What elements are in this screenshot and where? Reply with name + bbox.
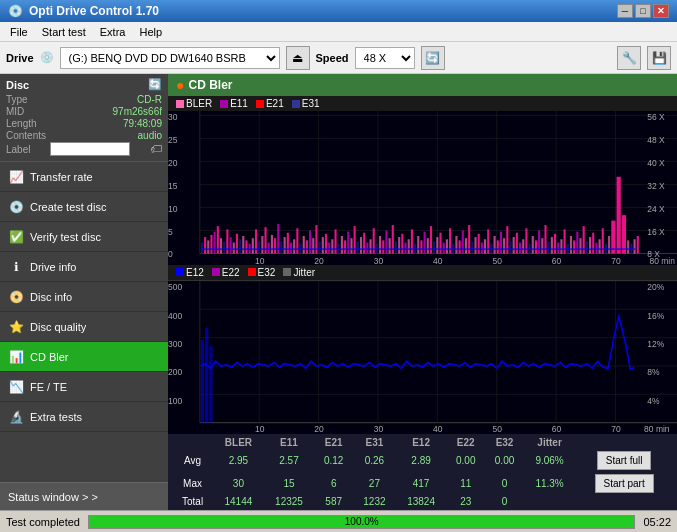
svg-text:10: 10 <box>168 204 178 214</box>
row-total-e32: 0 <box>485 495 524 508</box>
svg-rect-119 <box>462 231 464 254</box>
legend-e21: E21 <box>256 98 284 109</box>
svg-rect-158 <box>586 241 588 253</box>
status-time: 05:22 <box>643 516 671 528</box>
svg-rect-60 <box>274 238 276 253</box>
sidebar-item-extra-tests[interactable]: 🔬 Extra tests <box>0 402 168 432</box>
contents-label: Contents <box>6 130 46 141</box>
col-jitter: Jitter <box>524 436 575 449</box>
chart-title: CD Bler <box>188 78 232 92</box>
extra-tests-icon: 🔬 <box>8 409 24 425</box>
disc-quality-label: Disc quality <box>30 321 86 333</box>
svg-rect-40 <box>210 235 212 254</box>
eject-button[interactable]: ⏏ <box>286 46 310 70</box>
mid-label: MID <box>6 106 24 117</box>
svg-text:8%: 8% <box>647 367 659 378</box>
svg-rect-156 <box>579 238 581 253</box>
menu-extra[interactable]: Extra <box>94 24 132 40</box>
svg-text:400: 400 <box>168 310 182 321</box>
svg-rect-78 <box>331 239 333 253</box>
svg-rect-132 <box>503 238 505 253</box>
svg-rect-155 <box>576 232 578 254</box>
sidebar-item-drive-info[interactable]: ℹ Drive info <box>0 252 168 282</box>
row-total-label: Total <box>172 495 213 508</box>
label-label: Label <box>6 144 30 155</box>
svg-rect-62 <box>280 241 282 253</box>
sidebar-item-fe-te[interactable]: 📉 FE / TE <box>0 372 168 402</box>
verify-test-disc-label: Verify test disc <box>30 231 101 243</box>
svg-rect-118 <box>459 240 461 253</box>
row-max-label: Max <box>172 472 213 495</box>
svg-rect-69 <box>303 236 305 254</box>
sidebar-item-transfer-rate[interactable]: 📈 Transfer rate <box>0 162 168 192</box>
close-button[interactable]: ✕ <box>653 4 669 18</box>
svg-text:0: 0 <box>168 249 173 259</box>
label-icon[interactable]: 🏷 <box>150 142 162 156</box>
menu-file[interactable]: File <box>4 24 34 40</box>
svg-rect-53 <box>252 238 254 253</box>
svg-rect-141 <box>532 236 534 254</box>
row-avg-label: Avg <box>172 449 213 472</box>
menu-start-test[interactable]: Start test <box>36 24 92 40</box>
svg-rect-51 <box>245 240 247 253</box>
status-text: Test completed <box>6 516 80 528</box>
svg-text:16%: 16% <box>647 310 664 321</box>
title-bar: 💿 Opti Drive Control 1.70 ─ □ ✕ <box>0 0 677 22</box>
row-avg-jitter: 9.06% <box>524 449 575 472</box>
settings-button[interactable]: 🔧 <box>617 46 641 70</box>
svg-text:16 X: 16 X <box>647 227 665 237</box>
disc-refresh-icon[interactable]: 🔄 <box>148 78 162 91</box>
col-e11: E11 <box>264 436 315 449</box>
label-input[interactable] <box>50 142 130 156</box>
extra-tests-label: Extra tests <box>30 411 82 423</box>
svg-rect-75 <box>322 237 324 253</box>
sidebar-item-create-test-disc[interactable]: 💿 Create test disc <box>0 192 168 222</box>
svg-rect-55 <box>258 241 260 253</box>
status-window-button[interactable]: Status window > > <box>0 482 168 510</box>
sidebar-item-disc-quality[interactable]: ⭐ Disc quality <box>0 312 168 342</box>
start-full-button[interactable]: Start full <box>597 451 652 470</box>
app-title: Opti Drive Control 1.70 <box>29 4 159 18</box>
row-max-e22: 11 <box>446 472 485 495</box>
svg-rect-159 <box>589 237 591 253</box>
mid-value: 97m26s66f <box>113 106 162 117</box>
stats-table-container: BLER E11 E21 E31 E12 E22 E32 Jitter Avg <box>168 434 677 510</box>
svg-text:8 X: 8 X <box>647 249 660 259</box>
legend-bler: BLER <box>176 98 212 109</box>
speed-select[interactable]: 48 X 40 X 32 X 24 X 16 X <box>355 47 415 69</box>
verify-test-disc-icon: ✅ <box>8 229 24 245</box>
svg-text:300: 300 <box>168 338 182 349</box>
svg-text:10: 10 <box>255 423 264 434</box>
drive-select[interactable]: (G:) BENQ DVD DD DW1640 BSRB <box>60 47 280 69</box>
save-button[interactable]: 💾 <box>647 46 671 70</box>
svg-rect-108 <box>427 238 429 253</box>
maximize-button[interactable]: □ <box>635 4 651 18</box>
svg-text:4%: 4% <box>647 395 659 406</box>
svg-text:60: 60 <box>552 423 561 434</box>
svg-rect-77 <box>328 243 330 254</box>
sidebar-item-disc-info[interactable]: 📀 Disc info <box>0 282 168 312</box>
svg-rect-81 <box>341 236 343 254</box>
sidebar-item-cd-bler[interactable]: 📊 CD Bler <box>0 342 168 372</box>
bottom-chart: 500 400 300 200 100 20% 16% 12% 8% 4% 10… <box>168 280 677 435</box>
minimize-button[interactable]: ─ <box>617 4 633 18</box>
row-max-bler: 30 <box>213 472 264 495</box>
transfer-rate-icon: 📈 <box>8 169 24 185</box>
start-part-button[interactable]: Start part <box>595 474 654 493</box>
length-value: 79:48:09 <box>123 118 162 129</box>
svg-rect-76 <box>325 234 327 254</box>
svg-rect-90 <box>369 239 371 253</box>
svg-text:20: 20 <box>168 158 178 168</box>
svg-rect-153 <box>570 236 572 254</box>
menu-help[interactable]: Help <box>133 24 168 40</box>
col-e21: E21 <box>314 436 353 449</box>
sidebar-item-verify-test-disc[interactable]: ✅ Verify test disc <box>0 222 168 252</box>
svg-rect-106 <box>420 240 422 253</box>
row-total-e31: 1232 <box>353 495 396 508</box>
svg-rect-167 <box>617 177 621 254</box>
cd-bler-icon: 📊 <box>8 349 24 365</box>
refresh-button[interactable]: 🔄 <box>421 46 445 70</box>
svg-text:70: 70 <box>611 256 621 264</box>
svg-rect-162 <box>599 239 601 253</box>
svg-text:5: 5 <box>168 227 173 237</box>
